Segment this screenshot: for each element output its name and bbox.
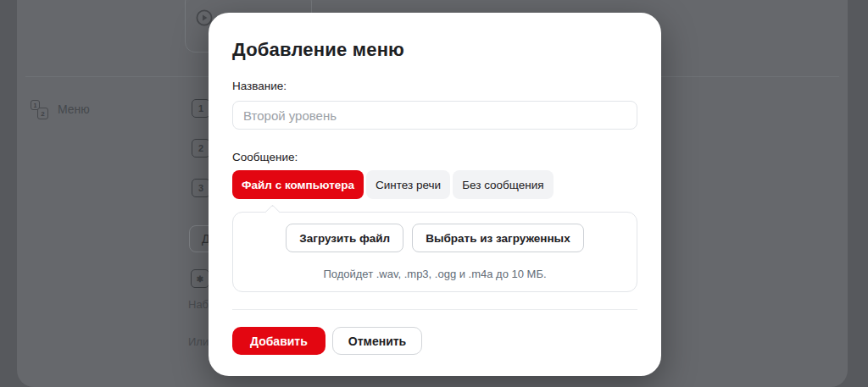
modal-footer: Добавить Отменить — [232, 327, 637, 355]
background-clipped-text-bottom: Или — [188, 335, 209, 348]
modal-title: Добавление меню — [232, 39, 637, 61]
cancel-button[interactable]: Отменить — [332, 327, 422, 355]
digit-key-2-icon: 2 — [192, 139, 210, 158]
file-upload-panel: Загрузить файл Выбрать из загруженных По… — [232, 212, 637, 292]
name-input[interactable] — [232, 101, 637, 130]
tab-no-message[interactable]: Без сообщения — [453, 170, 553, 199]
menu-levels-icon: 1 2 — [31, 100, 49, 120]
digit-key-3-icon: 3 — [192, 179, 210, 197]
message-field-label: Сообщение: — [232, 150, 637, 164]
add-button[interactable]: Добавить — [232, 327, 326, 355]
footer-divider — [232, 309, 637, 310]
upload-file-button[interactable]: Загрузить файл — [286, 224, 403, 252]
choose-uploaded-button[interactable]: Выбрать из загруженных — [412, 224, 583, 252]
page-background: 1 2 Меню 1 2 3 Д ✱ Наб Или Добавление ме… — [0, 0, 868, 387]
tab-speech-synthesis[interactable]: Синтез речи — [366, 170, 450, 199]
sidebar-item-menu: 1 2 Меню — [31, 95, 166, 124]
message-type-tabs: Файл с компьютера Синтез речи Без сообще… — [232, 170, 637, 199]
digit-key-1-icon: 1 — [192, 99, 210, 118]
tab-file-from-computer[interactable]: Файл с компьютера — [232, 170, 364, 199]
background-clipped-text-top: Наб — [188, 298, 209, 311]
sidebar-item-label: Меню — [58, 102, 90, 116]
name-field-label: Название: — [232, 79, 637, 93]
panel-pointer-tail — [264, 204, 280, 219]
add-menu-modal: Добавление меню Название: Сообщение: Фай… — [209, 13, 661, 376]
level-2-square: 2 — [37, 108, 48, 119]
asterisk-key-icon: ✱ — [191, 269, 209, 288]
file-format-hint: Подойдет .wav, .mp3, .ogg и .m4a до 10 М… — [233, 268, 637, 280]
